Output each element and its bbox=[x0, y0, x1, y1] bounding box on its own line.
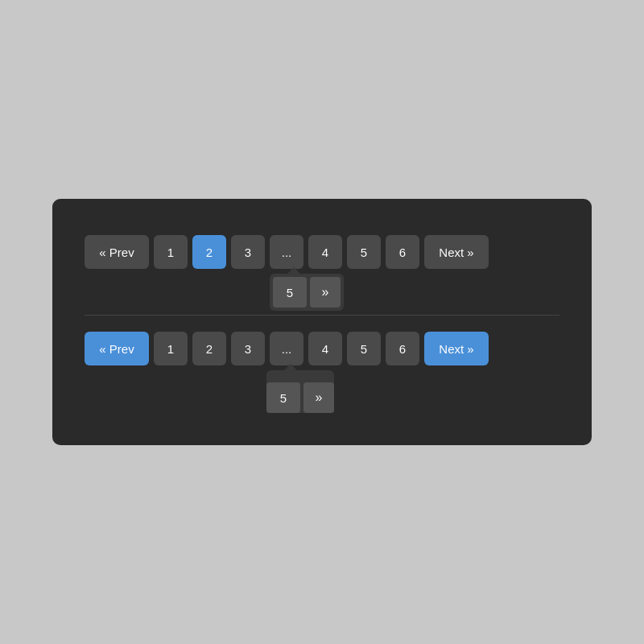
page-jump-input-2[interactable] bbox=[266, 382, 300, 413]
page-jump-input-1[interactable] bbox=[273, 277, 307, 308]
page-1-btn-1[interactable]: 1 bbox=[154, 235, 188, 269]
page-3-btn-1[interactable]: 3 bbox=[231, 235, 265, 269]
page-5-btn-1[interactable]: 5 bbox=[347, 235, 381, 269]
page-4-btn-2[interactable]: 4 bbox=[308, 332, 342, 365]
page-5-btn-2[interactable]: 5 bbox=[347, 332, 381, 365]
page-jump-go-btn-2[interactable]: » bbox=[303, 382, 334, 413]
page-2-btn-1[interactable]: 2 bbox=[192, 235, 226, 269]
pagination-section-2: « Prev 1 2 3 ... 4 5 6 Next » » bbox=[85, 320, 559, 413]
pagination-row-2: « Prev 1 2 3 ... 4 5 6 Next » bbox=[85, 332, 489, 365]
section-divider bbox=[85, 315, 559, 316]
dropdown-popup-1: » bbox=[270, 274, 344, 311]
page-3-btn-2[interactable]: 3 bbox=[231, 332, 265, 365]
ellipsis-btn-1[interactable]: ... bbox=[270, 235, 303, 269]
prev-button-2[interactable]: « Prev bbox=[85, 332, 149, 365]
prev-button-1[interactable]: « Prev bbox=[85, 235, 149, 269]
page-jump-go-btn-1[interactable]: » bbox=[310, 277, 341, 308]
dropdown-popup-2: » bbox=[266, 370, 334, 413]
next-button-2[interactable]: Next » bbox=[424, 332, 489, 365]
ellipsis-btn-2[interactable]: ... bbox=[270, 332, 303, 365]
page-2-btn-2[interactable]: 2 bbox=[192, 332, 226, 365]
page-6-btn-1[interactable]: 6 bbox=[386, 235, 419, 269]
next-button-1[interactable]: Next » bbox=[424, 235, 489, 269]
pagination-row-1: « Prev 1 2 3 ... 4 5 6 Next » bbox=[85, 235, 489, 269]
pagination-section-1: « Prev 1 2 3 ... 4 5 6 Next » » bbox=[85, 223, 559, 311]
page-6-btn-2[interactable]: 6 bbox=[386, 332, 419, 365]
page-4-btn-1[interactable]: 4 bbox=[308, 235, 342, 269]
main-container: « Prev 1 2 3 ... 4 5 6 Next » » « Prev 1… bbox=[52, 199, 592, 445]
page-1-btn-2[interactable]: 1 bbox=[154, 332, 188, 365]
